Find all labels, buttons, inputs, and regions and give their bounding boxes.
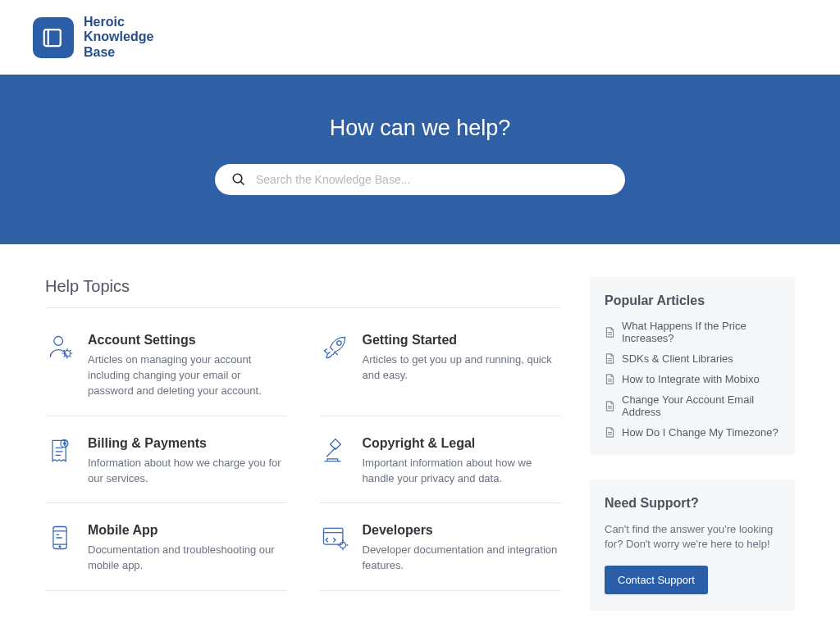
topic-billing-payments[interactable]: Billing & Payments Information about how…	[45, 416, 287, 504]
sidebar: Popular Articles What Happens If the Pri…	[590, 277, 795, 610]
search-box[interactable]	[215, 164, 625, 195]
article-link[interactable]: How Do I Change My Timezone?	[605, 426, 780, 439]
hero-banner: How can we help?	[0, 75, 840, 244]
need-support-heading: Need Support?	[605, 496, 780, 511]
rocket-icon	[320, 333, 349, 362]
topic-title: Developers	[363, 523, 562, 538]
search-input[interactable]	[256, 173, 609, 186]
hero-title: How can we help?	[0, 116, 840, 141]
topic-desc: Information about how we charge you for …	[88, 456, 287, 487]
search-icon	[231, 172, 246, 187]
help-topics-section: Help Topics Account Settings Articles on…	[45, 277, 561, 610]
file-icon	[605, 401, 615, 411]
topic-title: Getting Started	[363, 333, 562, 348]
article-title: How Do I Change My Timezone?	[622, 426, 778, 439]
topic-title: Copyright & Legal	[363, 436, 562, 451]
mobile-icon	[45, 523, 75, 552]
topic-title: Account Settings	[88, 333, 287, 348]
topic-desc: Articles on managing your account includ…	[88, 352, 287, 399]
article-title: What Happens If the Price Increases?	[622, 320, 780, 344]
svg-point-6	[59, 546, 61, 548]
file-icon	[605, 374, 615, 384]
article-title: How to Integrate with Mobixo	[622, 373, 760, 385]
gavel-icon	[320, 436, 349, 466]
article-title: Change Your Account Email Address	[622, 393, 780, 418]
file-icon	[605, 427, 615, 438]
article-link[interactable]: Change Your Account Email Address	[605, 393, 780, 418]
topics-grid: Account Settings Articles on managing yo…	[45, 313, 561, 591]
svg-point-2	[336, 341, 340, 345]
brand-logo-icon	[33, 17, 74, 58]
article-link[interactable]: What Happens If the Price Increases?	[605, 320, 780, 344]
user-gear-icon	[45, 333, 75, 362]
site-header: Heroic Knowledge Base	[0, 0, 840, 75]
topic-desc: Developer documentation and integration …	[363, 543, 562, 574]
topic-account-settings[interactable]: Account Settings Articles on managing yo…	[45, 313, 287, 416]
receipt-icon	[45, 436, 75, 466]
file-icon	[605, 353, 615, 364]
popular-articles-list: What Happens If the Price Increases? SDK…	[605, 320, 780, 439]
svg-point-0	[54, 337, 63, 346]
file-icon	[605, 327, 615, 338]
contact-support-button[interactable]: Contact Support	[605, 566, 708, 594]
article-link[interactable]: How to Integrate with Mobixo	[605, 373, 780, 385]
popular-articles-box: Popular Articles What Happens If the Pri…	[590, 277, 795, 455]
divider	[45, 307, 561, 308]
topic-desc: Articles to get you up and running, quic…	[363, 352, 562, 384]
popular-articles-heading: Popular Articles	[605, 293, 780, 308]
topic-title: Billing & Payments	[88, 436, 287, 451]
code-gear-icon	[320, 523, 349, 552]
topic-mobile-app[interactable]: Mobile App Documentation and troubleshoo…	[45, 503, 287, 591]
topic-desc: Important information about how we handl…	[363, 456, 562, 487]
topic-developers[interactable]: Developers Developer documentation and i…	[320, 503, 562, 591]
brand-text: Heroic Knowledge Base	[84, 15, 153, 60]
article-link[interactable]: SDKs & Client Libraries	[605, 352, 780, 365]
help-topics-heading: Help Topics	[45, 277, 561, 296]
brand-line-3: Base	[84, 45, 153, 60]
article-title: SDKs & Client Libraries	[622, 352, 733, 365]
brand-line-2: Knowledge	[84, 30, 153, 44]
main-content: Help Topics Account Settings Articles on…	[0, 244, 840, 632]
topic-title: Mobile App	[88, 523, 287, 538]
brand-line-1: Heroic	[84, 15, 153, 30]
svg-rect-4	[330, 439, 340, 449]
topic-copyright-legal[interactable]: Copyright & Legal Important information …	[320, 416, 562, 504]
need-support-text: Can't find the answer you're looking for…	[605, 522, 780, 552]
need-support-box: Need Support? Can't find the answer you'…	[590, 480, 795, 610]
topic-getting-started[interactable]: Getting Started Articles to get you up a…	[320, 313, 562, 416]
topic-desc: Documentation and troubleshooting our mo…	[88, 543, 287, 574]
